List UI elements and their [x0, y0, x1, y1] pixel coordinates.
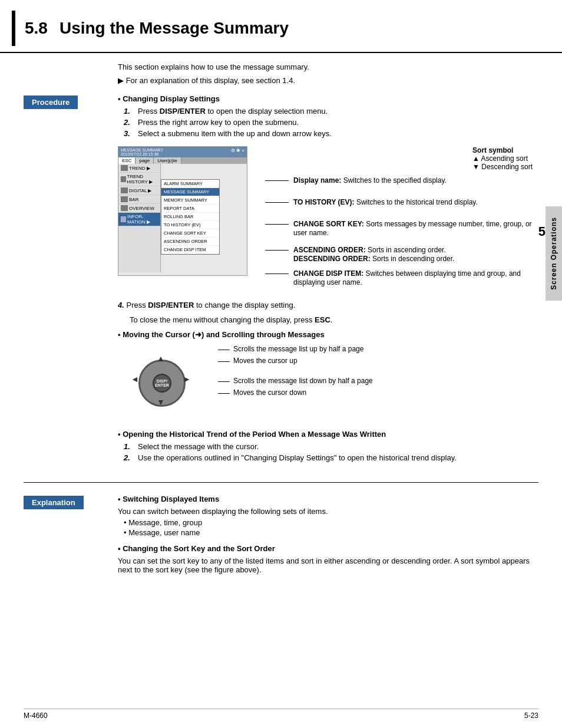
switching-items-heading: Switching Displayed Items [118, 495, 538, 503]
opening-historical-heading: Opening the Historical Trend of the Peri… [118, 430, 538, 439]
nav-callout-3: Scrolls the message list down by half a … [218, 377, 538, 385]
explanation-content: Switching Displayed Items You can switch… [118, 495, 538, 574]
screen-ui: MESSAGE SUMMARY2010/07/22 20:15:38 ⚙ ✱ ×… [118, 147, 247, 275]
submenu-disp-item: CHANGE DISP ITEM [161, 246, 219, 254]
submenu-history: TO HISTORY (EV) [161, 221, 219, 229]
changing-display-section: Changing Display Settings 1. Press DISP/… [118, 94, 538, 138]
side-number: 5 [538, 224, 546, 239]
intro-arrow: For an explanation of this display, see … [24, 76, 538, 85]
nav-callout-4: Moves the cursor down [218, 388, 538, 397]
menu-digital: DIGITAL ▶ [118, 186, 160, 195]
callout-change-disp-label: CHANGE DISP ITEM: [293, 269, 365, 278]
sort-descending: ▼ Descending sort [472, 163, 533, 171]
overview-icon [121, 205, 128, 211]
submenu-memory: MEMORY SUMMARY [161, 196, 219, 205]
submenu-rolling: ROLLING BAR [161, 213, 219, 221]
menu-trend-history: TREND HISTORY ▶ [118, 173, 160, 186]
trend-history-icon [121, 176, 126, 182]
explanation-section: Explanation Switching Displayed Items Yo… [24, 495, 538, 581]
submenu-sort-key: CHANGE SORT KEY [161, 229, 219, 238]
switching-items-desc: You can switch between displaying the fo… [118, 507, 538, 516]
switching-items-section: Switching Displayed Items You can switch… [118, 495, 538, 537]
moving-cursor-heading: Moving the Cursor (➜) and Scrolling thro… [118, 330, 538, 339]
step4-text: 4. Press DISP/ENTER to change the displa… [118, 301, 538, 309]
callout-to-history-desc: Switches to the historical trend display… [356, 198, 478, 206]
sort-key-heading: Changing the Sort Key and the Sort Order [118, 544, 538, 553]
nav-callout-4-text: Moves the cursor down [233, 388, 306, 397]
step4-sub: To close the menu without changing the d… [118, 315, 538, 324]
callout-display-name-desc: Switches to the specified display. [343, 176, 447, 185]
screen-top-bar: MESSAGE SUMMARY2010/07/22 20:15:38 ⚙ ✱ × [118, 147, 247, 157]
trend-icon [121, 165, 128, 171]
main-content: This section explains how to use the mes… [0, 62, 562, 593]
callout-to-history-label: TO HISTORY (EV): [293, 198, 356, 206]
section-divider [24, 482, 538, 483]
nav-callout-2-text: Moves the cursor up [233, 357, 297, 365]
procedure-label-col: Procedure [24, 94, 106, 117]
menu-information: INFOR- MATION ▶ [118, 213, 160, 226]
nav-left-arrow: ◄ [131, 374, 139, 384]
page-footer: M-4660 5-23 [24, 709, 538, 720]
callout-ascending-label: ASCENDING ORDER: [293, 246, 368, 254]
nav-right-arrow: ► [183, 374, 191, 384]
procedure-content: Changing Display Settings 1. Press DISP/… [118, 94, 538, 462]
screenshot-area: MESSAGE SUMMARY2010/07/22 20:15:38 ⚙ ✱ ×… [118, 146, 538, 292]
nav-center-disp-enter[interactable]: DISP/ENTER [153, 374, 171, 393]
screen-left-menu: TREND ▶ TREND HISTORY ▶ DIGITAL ▶ [118, 164, 161, 272]
callout-display-name-label: Display name: [293, 176, 343, 185]
sort-ascending: ▲ Ascending sort [472, 154, 533, 163]
callout-descending-label: DESCENDING ORDER: [293, 255, 372, 263]
nav-callout-1: Scrolls the message list up by half a pa… [218, 345, 538, 353]
bar-icon [121, 196, 128, 202]
step-3: 3. Select a submenu item with the up and… [124, 129, 538, 138]
step4-area: 4. Press DISP/ENTER to change the displa… [118, 301, 538, 324]
switching-items-list: Message, time, group Message, user name [118, 518, 538, 537]
moving-cursor-section: Moving the Cursor (➜) and Scrolling thro… [118, 330, 538, 421]
opening-historical-section: Opening the Historical Trend of the Peri… [118, 430, 538, 462]
screen-date: MESSAGE SUMMARY2010/07/22 20:15:38 [121, 148, 163, 156]
section-title: 5.8 [25, 19, 48, 38]
changing-display-heading: Changing Display Settings [118, 94, 538, 103]
callouts-list: Display name: Switches to the specified … [265, 176, 538, 286]
page-container: 5.8 Using the Message Summary Screen Ope… [0, 0, 562, 728]
switching-item-1: Message, time, group [124, 518, 538, 527]
information-icon [121, 216, 126, 222]
screen-tab-page[interactable]: page [135, 157, 154, 164]
menu-overview: OVERVIEW [118, 204, 160, 213]
callout-change-disp: CHANGE DISP ITEM: Switches between displ… [265, 269, 538, 286]
sort-key-section: Changing the Sort Key and the Sort Order… [118, 544, 538, 574]
digital-icon [121, 187, 128, 193]
screen-tab-user[interactable]: User(p)te [154, 157, 181, 164]
nav-device: DISP/ENTER ▲ ▼ ◄ ► [130, 351, 200, 416]
hist-step-1: 1. Select the message with the cursor. [124, 442, 538, 451]
procedure-label: Procedure [24, 95, 78, 109]
footer-left: M-4660 [24, 711, 48, 720]
opening-historical-steps: 1. Select the message with the cursor. 2… [118, 442, 538, 462]
screen-body: TREND ▶ TREND HISTORY ▶ DIGITAL ▶ [118, 164, 247, 272]
callout-display-name: Display name: Switches to the specified … [265, 176, 538, 185]
section-header: 5.8 Using the Message Summary [0, 0, 562, 53]
sort-key-desc: You can set the sort key to any of the l… [118, 556, 538, 574]
screen-tabs: ESC page User(p)te [118, 157, 247, 164]
nav-up-arrow: ▲ [157, 354, 165, 363]
sort-symbol-title: Sort symbol [472, 146, 533, 154]
screen-image: MESSAGE SUMMARY2010/07/22 20:15:38 ⚙ ✱ ×… [118, 146, 247, 276]
callout-change-sort-label: CHANGE SORT KEY: [293, 220, 366, 228]
header-accent [12, 11, 15, 46]
callout-change-sort: CHANGE SORT KEY: Sorts messages by messa… [265, 219, 538, 237]
step-1: 1. Press DISP/ENTER to open the display … [124, 107, 538, 116]
submenu-message: MESSAGE SUMMARY [161, 188, 219, 196]
menu-bar: BAR [118, 195, 160, 204]
explanation-label-col: Explanation [24, 495, 106, 518]
hist-step-2: 2. Use the operations outlined in "Chang… [124, 453, 538, 462]
menu-trend: TREND ▶ [118, 164, 160, 173]
screen-tab-esc[interactable]: ESC [118, 157, 135, 164]
changing-display-steps: 1. Press DISP/ENTER to open the display … [118, 107, 538, 138]
submenu-report: REPORT DATA [161, 205, 219, 213]
explanation-label: Explanation [24, 496, 84, 509]
switching-item-2: Message, user name [124, 528, 538, 537]
side-tab-label: Screen Operations [550, 217, 558, 290]
procedure-section: Procedure Changing Display Settings 1. P… [24, 94, 538, 470]
callouts-area: Sort symbol ▲ Ascending sort ▼ Descendin… [247, 146, 538, 292]
section-title-text: Using the Message Summary [59, 19, 289, 38]
